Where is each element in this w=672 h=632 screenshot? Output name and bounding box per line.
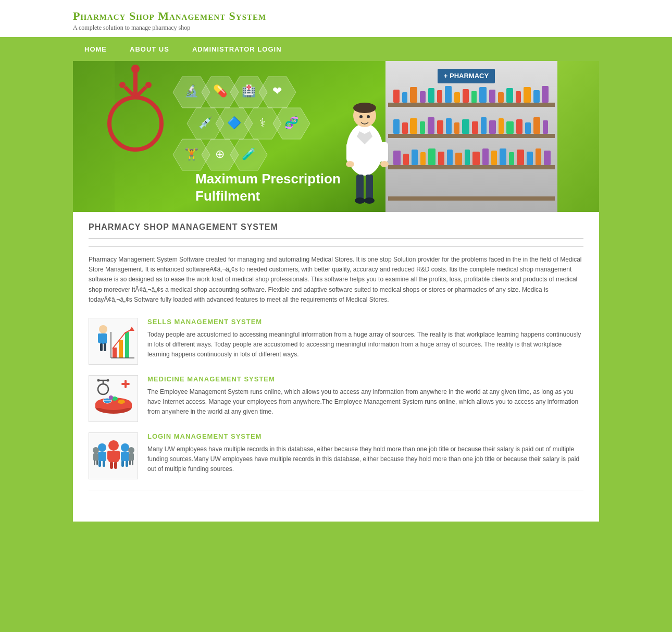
svg-rect-135 (125, 380, 127, 388)
sells-content: SELLS MANAGEMENT SYSTEM Today people are… (147, 318, 583, 360)
svg-rect-6 (388, 165, 555, 169)
svg-text:❤: ❤ (272, 84, 282, 97)
intro-text: Pharmacy Management System Software crea… (89, 255, 583, 305)
svg-rect-155 (129, 453, 134, 461)
svg-rect-51 (455, 153, 462, 165)
svg-rect-144 (98, 461, 101, 467)
svg-rect-54 (482, 148, 489, 165)
svg-rect-57 (509, 152, 514, 165)
banner: + PHARMACY (73, 61, 599, 212)
medicine-icon (93, 379, 134, 418)
svg-point-100 (131, 65, 140, 73)
sells-chart-icon (93, 321, 134, 361)
svg-rect-10 (410, 87, 417, 103)
svg-rect-60 (536, 148, 541, 165)
svg-rect-28 (410, 118, 417, 134)
svg-rect-23 (524, 87, 531, 103)
banner-image: + PHARMACY (73, 61, 599, 212)
svg-rect-157 (132, 460, 133, 465)
svg-rect-67 (380, 142, 388, 163)
svg-rect-50 (447, 150, 453, 165)
svg-rect-32 (446, 118, 452, 134)
title-divider (89, 246, 583, 247)
svg-rect-141 (114, 462, 117, 469)
svg-rect-115 (125, 332, 129, 358)
svg-point-131 (97, 379, 99, 382)
svg-rect-145 (103, 461, 105, 467)
svg-text:+ PHARMACY: + PHARMACY (444, 72, 489, 80)
svg-point-146 (121, 443, 129, 452)
svg-rect-16 (463, 89, 469, 103)
svg-rect-36 (481, 117, 487, 134)
login-content: LOGIN MANAGEMENT SYSTEM Many UW employee… (147, 432, 583, 475)
svg-rect-34 (462, 119, 469, 134)
svg-rect-24 (533, 90, 540, 103)
svg-rect-37 (489, 120, 496, 134)
svg-rect-71 (366, 175, 373, 201)
svg-rect-39 (506, 121, 514, 134)
svg-rect-18 (479, 87, 487, 103)
svg-rect-59 (527, 152, 533, 165)
svg-rect-151 (93, 453, 98, 461)
svg-rect-17 (471, 91, 477, 103)
svg-rect-149 (126, 461, 128, 467)
svg-rect-29 (420, 121, 425, 134)
svg-rect-41 (525, 122, 531, 134)
svg-rect-43 (543, 120, 548, 134)
svg-text:Fulfilment: Fulfilment (195, 188, 260, 204)
svg-point-136 (108, 440, 119, 451)
content-title: PHARMACY SHOP MANAGEMENT SYSTEM (89, 222, 583, 239)
svg-rect-148 (121, 461, 124, 467)
svg-rect-139 (117, 451, 120, 460)
svg-text:🏥: 🏥 (242, 84, 256, 98)
svg-rect-121 (95, 404, 132, 408)
svg-rect-27 (402, 122, 408, 134)
content-area: PHARMACY SHOP MANAGEMENT SYSTEM Pharmacy… (73, 212, 599, 522)
svg-point-68 (346, 161, 354, 167)
svg-rect-143 (98, 452, 106, 461)
svg-rect-30 (428, 117, 434, 134)
svg-rect-56 (500, 148, 506, 165)
svg-rect-58 (517, 150, 524, 165)
nav-home[interactable]: HOME (73, 37, 118, 61)
svg-rect-147 (121, 452, 129, 461)
svg-rect-42 (533, 117, 540, 134)
svg-rect-21 (506, 88, 513, 103)
svg-point-127 (109, 395, 113, 400)
svg-point-126 (118, 400, 125, 404)
svg-rect-55 (491, 151, 497, 165)
svg-point-154 (128, 447, 134, 453)
svg-rect-14 (445, 86, 452, 103)
svg-rect-110 (104, 333, 107, 343)
svg-rect-52 (465, 150, 470, 165)
svg-text:🔷: 🔷 (227, 116, 242, 130)
login-image (89, 432, 138, 479)
sells-title: SELLS MANAGEMENT SYSTEM (147, 318, 583, 326)
svg-text:⊕: ⊕ (215, 147, 225, 160)
sells-image (89, 318, 138, 365)
svg-rect-7 (388, 196, 555, 201)
svg-rect-44 (393, 151, 401, 165)
nav-about[interactable]: ABOUT US (118, 37, 181, 61)
site-header: Pharmacy Shop Management System A comple… (0, 0, 672, 37)
svg-point-75 (367, 115, 370, 118)
login-text: Many UW employees have multiple records … (147, 444, 583, 475)
svg-point-72 (355, 197, 365, 204)
svg-rect-11 (420, 91, 426, 103)
footer-area (89, 490, 583, 506)
svg-rect-33 (454, 122, 459, 134)
svg-point-128 (98, 384, 108, 394)
svg-rect-70 (356, 175, 364, 201)
svg-rect-53 (472, 152, 480, 165)
svg-rect-46 (412, 150, 418, 165)
svg-rect-15 (454, 92, 460, 103)
sells-text: Today people are accustomed to accessing… (147, 330, 583, 360)
svg-point-64 (353, 103, 376, 113)
svg-rect-114 (119, 340, 123, 358)
svg-rect-138 (107, 451, 110, 460)
svg-point-150 (93, 447, 99, 453)
nav-admin-login[interactable]: ADMINISTRATOR LOGIN (181, 37, 293, 61)
svg-text:🏋: 🏋 (184, 147, 199, 161)
medicine-image (89, 375, 138, 422)
svg-point-142 (98, 443, 106, 452)
